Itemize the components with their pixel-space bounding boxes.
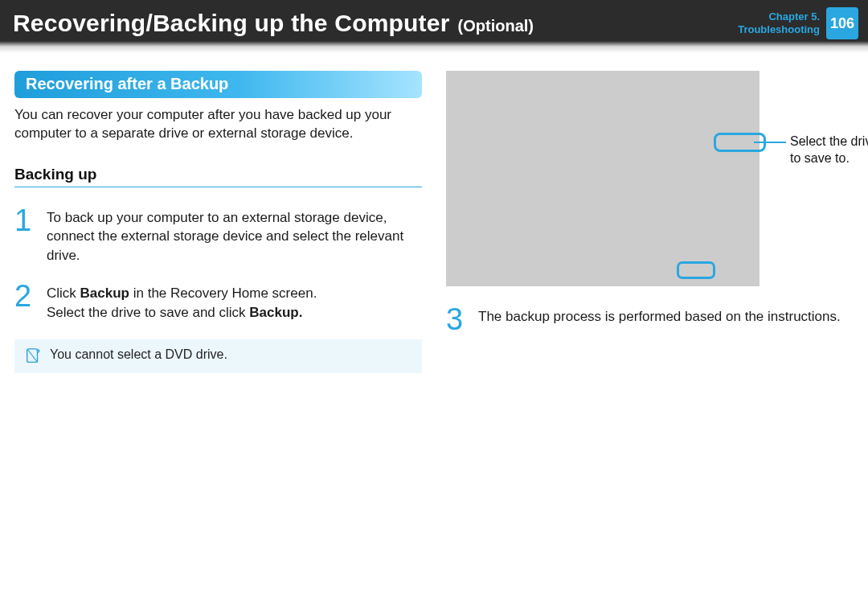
step-3: 3 The backup process is performed based … — [446, 306, 854, 333]
callout-line — [754, 142, 786, 143]
screenshot-placeholder — [446, 71, 760, 286]
callout-line-1: Select the drive — [790, 134, 868, 148]
page-title-optional: (Optional) — [458, 17, 534, 35]
step-2-bold-1: Backup — [80, 285, 129, 301]
step-1: 1 To back up your computer to an externa… — [14, 207, 422, 265]
highlight-box-button — [677, 261, 715, 279]
step-2-part-a: Click — [47, 285, 80, 301]
note-text: You cannot select a DVD drive. — [50, 347, 227, 362]
section-heading: Recovering after a Backup — [14, 71, 422, 98]
chapter-line-2: Troubleshooting — [738, 23, 820, 36]
step-2-bold-2: Backup. — [249, 305, 302, 320]
title-wrap: Recovering/Backing up the Computer (Opti… — [13, 10, 534, 37]
right-column: Select the drive to save to. 3 The backu… — [446, 71, 854, 373]
step-number-3: 3 — [446, 306, 467, 333]
page-number: 106 — [830, 15, 854, 32]
page-number-badge: 106 — [826, 7, 858, 39]
step-number-1: 1 — [14, 207, 35, 265]
page-header: Recovering/Backing up the Computer (Opti… — [0, 0, 868, 47]
step-number-2: 2 — [14, 282, 35, 322]
header-right: Chapter 5. Troubleshooting 106 — [738, 7, 858, 39]
step-2-part-c: in the Recovery Home screen. — [129, 285, 317, 301]
subsection-heading: Backing up — [14, 166, 422, 187]
chapter-line-1: Chapter 5. — [738, 10, 820, 23]
step-3-body: The backup process is performed based on… — [478, 306, 854, 333]
left-column: Recovering after a Backup You can recove… — [14, 71, 422, 373]
note-box: You cannot select a DVD drive. — [14, 339, 422, 373]
step-2: 2 Click Backup in the Recovery Home scre… — [14, 282, 422, 322]
note-icon — [24, 347, 42, 365]
step-1-body: To back up your computer to an external … — [47, 207, 422, 265]
step-2-body: Click Backup in the Recovery Home screen… — [47, 282, 422, 322]
chapter-block: Chapter 5. Troubleshooting — [738, 10, 820, 37]
content: Recovering after a Backup You can recove… — [0, 47, 868, 373]
callout-line-2: to save to. — [790, 151, 850, 165]
page-title: Recovering/Backing up the Computer — [13, 10, 450, 37]
section-intro: You can recover your computer after you … — [14, 106, 422, 143]
callout-text: Select the drive to save to. — [790, 133, 868, 167]
step-2-part-d: Select the drive to save and click — [47, 305, 249, 320]
